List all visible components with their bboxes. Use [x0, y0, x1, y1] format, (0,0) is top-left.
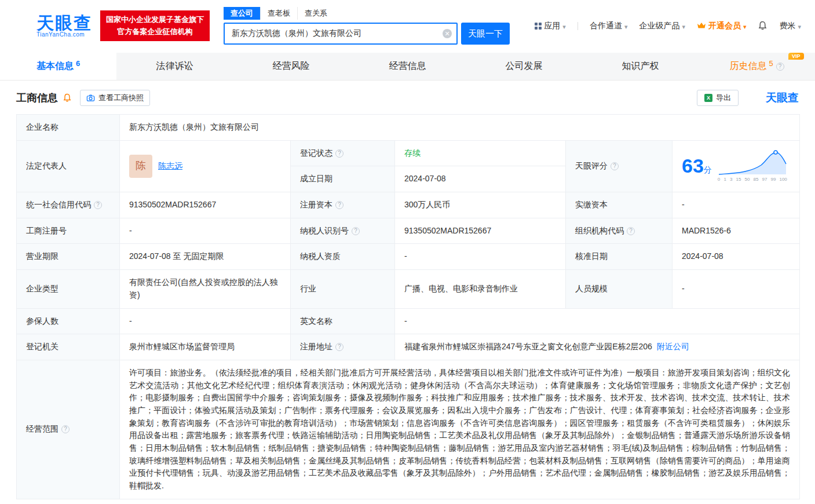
- question-icon[interactable]: [611, 162, 619, 170]
- field-label-english-name: 英文名称: [291, 308, 395, 334]
- section-title: 工商信息: [16, 91, 58, 105]
- notification-bell[interactable]: [758, 21, 768, 31]
- field-label-staff-size: 人员规模: [566, 270, 673, 308]
- monitor-bell-icon[interactable]: [63, 93, 72, 103]
- chevron-down-icon: [624, 21, 628, 31]
- tab-company-development[interactable]: 公司发展: [466, 53, 582, 80]
- field-value-company-type: 有限责任公司(自然人投资或控股的法人独资): [120, 270, 291, 308]
- question-icon[interactable]: [94, 201, 102, 209]
- nav-vip-upgrade[interactable]: 开通会员: [697, 21, 747, 31]
- nearby-company-link[interactable]: 附近公司: [657, 342, 689, 351]
- logo-subtext: TianYanCha.com: [36, 32, 92, 38]
- field-label-score: 天眼评分: [566, 140, 673, 192]
- field-label-paid-capital: 实缴资本: [566, 192, 673, 218]
- tab-operating-risk[interactable]: 经营风险: [233, 53, 349, 80]
- vip-badge: VIP: [788, 53, 804, 60]
- snapshot-button[interactable]: 查看工商快照: [80, 90, 150, 106]
- tab-basic-info[interactable]: 基本信息 6: [0, 53, 116, 80]
- search-tab-company[interactable]: 查公司: [224, 7, 260, 20]
- question-icon[interactable]: [335, 201, 343, 209]
- table-row: 营业期限 2024-07-08 至 无固定期限 纳税人资质 - 核准日期 202…: [17, 244, 800, 270]
- tab-legal-proceedings[interactable]: 法律诉讼: [116, 53, 233, 80]
- field-value-industry: 广播、电视、电影和录音制作业: [395, 270, 566, 308]
- field-label-address: 注册地址: [291, 334, 395, 360]
- status-badge: 存续: [404, 148, 421, 158]
- field-value-reg-number: -: [120, 218, 291, 244]
- field-value-reg-authority: 泉州市鲤城区市场监督管理局: [120, 334, 291, 360]
- field-label-insured: 参保人数: [17, 308, 120, 334]
- field-label-company-type: 企业类型: [17, 270, 120, 308]
- field-label-taxpayer-quality: 纳税人资质: [291, 244, 395, 270]
- question-icon[interactable]: [352, 227, 360, 235]
- chevron-down-icon: [562, 21, 566, 31]
- table-row: 经营范围 许可项目：旅游业务。（依法须经批准的项目，经相关部门批准后方可开展经营…: [17, 360, 800, 499]
- field-value-org-code: MADR1526-6: [673, 218, 800, 244]
- search-button[interactable]: 天眼一下: [461, 23, 510, 45]
- nav-divider: [578, 22, 578, 30]
- logo-text: 天眼查: [36, 14, 92, 32]
- field-value-staff-size: -: [673, 270, 800, 308]
- search-tab-boss[interactable]: 查老板: [260, 7, 297, 20]
- field-label-taxpayer-id: 纳税人识别号: [291, 218, 395, 244]
- tab-operating-info[interactable]: 经营信息: [349, 53, 466, 80]
- tab-intellectual-property[interactable]: 知识产权: [582, 53, 699, 80]
- field-label-reg-authority: 登记机关: [17, 334, 120, 360]
- question-icon[interactable]: [335, 343, 343, 351]
- nav-cooperation[interactable]: 合作通道: [590, 21, 628, 31]
- table-row: 登记机关 泉州市鲤城区市场监督管理局 注册地址 福建省泉州市鲤城区崇福路247号…: [17, 334, 800, 360]
- question-icon[interactable]: [61, 425, 70, 433]
- business-info-table: 企业名称 新东方沃凯德（泉州）文旅有限公司 法定代表人 陈 陈志远 登记状态 存…: [16, 114, 800, 499]
- certification-badge: 国家中小企业发展子基金旗下 官方备案企业征信机构: [100, 10, 210, 41]
- question-icon[interactable]: [335, 149, 343, 158]
- field-value-establish-date: 2024-07-08: [395, 166, 566, 192]
- page-tab-bar: 基本信息 6 法律诉讼 经营风险 经营信息 公司发展 知识产权 历史信息 5 V…: [0, 53, 815, 81]
- crown-icon: [697, 21, 706, 31]
- table-row: 工商注册号 - 纳税人识别号 91350502MADR152667 组织机构代码…: [17, 218, 800, 244]
- search-tab-relation[interactable]: 查关系: [297, 7, 334, 20]
- field-value-reg-capital: 300万人民币: [395, 192, 566, 218]
- field-value-score: 63分 0131550859799100: [673, 140, 800, 192]
- field-label-approval-date: 核准日期: [566, 244, 673, 270]
- camera-icon: [86, 94, 95, 103]
- apps-grid-icon: [535, 23, 542, 30]
- question-icon[interactable]: [627, 227, 635, 235]
- question-icon[interactable]: [776, 63, 784, 71]
- search-input[interactable]: [224, 23, 458, 45]
- field-value-reg-status: 存续: [395, 140, 566, 166]
- chevron-down-icon: [682, 21, 685, 31]
- field-value-insured: -: [120, 308, 291, 334]
- field-label-establish-date: 成立日期: [291, 166, 395, 192]
- score-axis: 0131550859799100: [718, 176, 787, 183]
- field-value-approval-date: 2024-07-08: [673, 244, 800, 270]
- brand-logo-small: 天眼查: [749, 90, 799, 105]
- nav-enterprise-products[interactable]: 企业级产品: [639, 21, 685, 31]
- export-button[interactable]: 导出: [697, 90, 739, 106]
- field-label-reg-capital: 注册资本: [291, 192, 395, 218]
- field-value-taxpayer-id: 91350502MADR152667: [395, 218, 566, 244]
- excel-icon: [704, 94, 712, 102]
- nav-user[interactable]: 费米: [779, 21, 801, 31]
- field-value-english-name: -: [395, 308, 800, 334]
- field-value-paid-capital: -: [673, 192, 800, 218]
- field-value-business-term: 2024-07-08 至 无固定期限: [120, 244, 291, 270]
- search-area: 查公司 查老板 查关系 天眼一下: [224, 7, 510, 45]
- tab-history-info[interactable]: 历史信息 5 VIP: [699, 53, 815, 80]
- tianyancha-logo[interactable]: 天眼查 TianYanCha.com: [6, 12, 92, 40]
- field-value-taxpayer-quality: -: [395, 244, 566, 270]
- clear-icon[interactable]: [443, 29, 452, 38]
- table-row: 参保人数 - 英文名称 -: [17, 308, 800, 334]
- avatar[interactable]: 陈: [129, 155, 152, 178]
- legal-rep-link[interactable]: 陈志远: [158, 160, 182, 173]
- table-row: 企业类型 有限责任公司(自然人投资或控股的法人独资) 行业 广播、电视、电影和录…: [17, 270, 800, 308]
- app-header: 天眼查 TianYanCha.com 国家中小企业发展子基金旗下 官方备案企业征…: [0, 0, 815, 50]
- section-header: 工商信息 查看工商快照 导出 天眼查: [0, 81, 815, 111]
- field-label-industry: 行业: [291, 270, 395, 308]
- search-tabs: 查公司 查老板 查关系: [224, 7, 510, 20]
- table-row: 统一社会信用代码 91350502MADR152667 注册资本 300万人民币…: [17, 192, 800, 218]
- chevron-down-icon: [798, 21, 801, 31]
- top-nav: 应用 合作通道 企业级产品 开通会员 费米: [535, 21, 801, 31]
- score-chart: 0131550859799100: [718, 149, 787, 183]
- field-value-legal-rep: 陈 陈志远: [120, 140, 291, 192]
- nav-apps[interactable]: 应用: [535, 21, 566, 31]
- field-value-company-name: 新东方沃凯德（泉州）文旅有限公司: [120, 115, 800, 141]
